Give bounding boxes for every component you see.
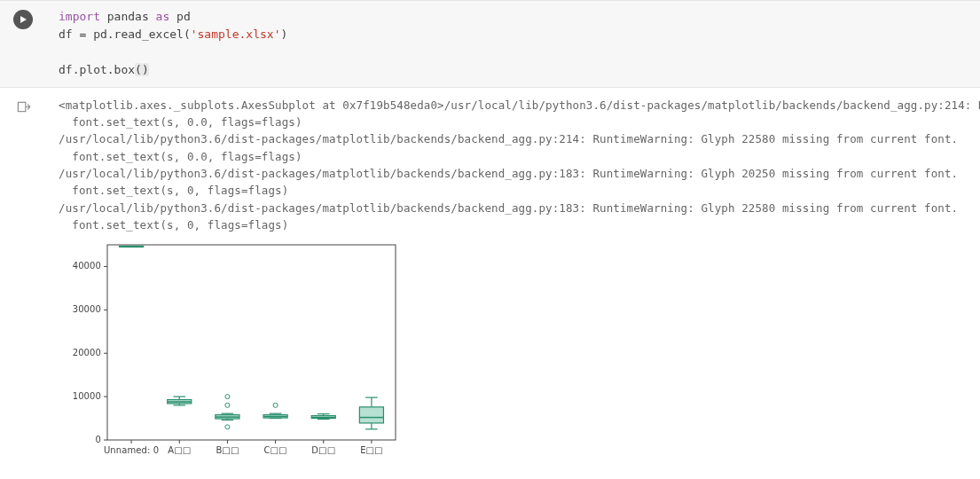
play-icon bbox=[19, 15, 27, 24]
code-editor[interactable]: import pandas as pd df = pd.read_excel('… bbox=[46, 1, 980, 87]
boxplot-chart: 010000200003000040000Unnamed: 0A□□B□□C□□… bbox=[59, 236, 980, 467]
output-gutter bbox=[0, 97, 46, 114]
svg-text:E□□: E□□ bbox=[360, 445, 383, 455]
svg-point-45 bbox=[273, 403, 278, 407]
output-body: <matplotlib.axes._subplots.AxesSubplot a… bbox=[46, 97, 980, 467]
code-text: pandas bbox=[100, 10, 156, 23]
code-keyword: as bbox=[156, 10, 170, 23]
output-icon bbox=[17, 100, 30, 114]
output-cell: <matplotlib.axes._subplots.AxesSubplot a… bbox=[0, 88, 980, 467]
svg-text:30000: 30000 bbox=[73, 304, 101, 314]
svg-rect-1 bbox=[107, 245, 396, 440]
svg-rect-60 bbox=[359, 406, 383, 422]
code-text: pd bbox=[169, 10, 190, 23]
code-paren-open: ( bbox=[135, 63, 142, 76]
output-text: <matplotlib.axes._subplots.AxesSubplot a… bbox=[59, 97, 980, 234]
svg-text:0: 0 bbox=[96, 435, 101, 444]
svg-text:D□□: D□□ bbox=[311, 445, 335, 455]
svg-text:Unnamed: 0: Unnamed: 0 bbox=[104, 445, 159, 455]
code-cell: import pandas as pd df = pd.read_excel('… bbox=[0, 0, 980, 88]
code-gutter bbox=[0, 1, 46, 87]
code-paren-close: ) bbox=[142, 63, 149, 76]
code-keyword: import bbox=[59, 10, 100, 23]
code-text: df = pd.read_excel( bbox=[59, 27, 191, 41]
svg-text:B□□: B□□ bbox=[216, 445, 239, 455]
svg-text:40000: 40000 bbox=[73, 261, 101, 271]
boxplot-svg: 010000200003000040000Unnamed: 0A□□B□□C□□… bbox=[59, 236, 404, 467]
svg-text:10000: 10000 bbox=[73, 391, 101, 401]
svg-point-34 bbox=[225, 394, 230, 398]
svg-point-36 bbox=[225, 424, 230, 428]
code-text: ) bbox=[280, 27, 287, 41]
code-string: 'sample.xlsx' bbox=[191, 27, 281, 41]
svg-text:20000: 20000 bbox=[73, 348, 101, 357]
code-text: df.plot.box bbox=[59, 63, 135, 76]
svg-point-35 bbox=[225, 403, 230, 407]
svg-text:A□□: A□□ bbox=[168, 445, 191, 455]
svg-rect-0 bbox=[18, 102, 25, 111]
run-button[interactable] bbox=[13, 10, 33, 29]
svg-text:C□□: C□□ bbox=[263, 445, 286, 455]
